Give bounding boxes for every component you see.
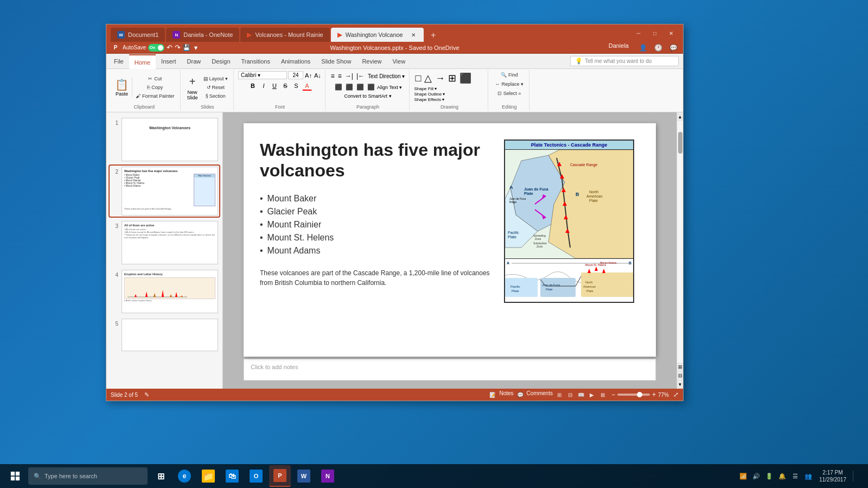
- font-grow-icon[interactable]: A↑: [304, 72, 312, 79]
- redo-icon[interactable]: ↷: [175, 43, 181, 52]
- volume-icon[interactable]: 🔊: [751, 471, 762, 481]
- reading-view-button[interactable]: 📖: [577, 390, 585, 399]
- paste-button[interactable]: 📋 Paste: [112, 77, 132, 98]
- format-painter-button[interactable]: 🖌 Format Painter: [133, 92, 177, 100]
- align-left-icon[interactable]: ⬛: [334, 83, 343, 92]
- tab-insert[interactable]: Insert: [156, 54, 182, 68]
- slideshow-button[interactable]: ▶: [588, 390, 596, 399]
- new-slide-button[interactable]: +: [185, 74, 200, 89]
- zoom-in-button[interactable]: +: [652, 391, 656, 398]
- comments-button[interactable]: 💬: [516, 390, 525, 399]
- minimize-button[interactable]: ─: [631, 27, 646, 39]
- onenote-taskbar[interactable]: N: [317, 465, 339, 487]
- tab-review[interactable]: Review: [356, 54, 387, 68]
- outlook-taskbar[interactable]: O: [245, 465, 267, 487]
- autosave-toggle[interactable]: On: [148, 44, 164, 52]
- search-box[interactable]: 🔍 Type here to search: [28, 467, 148, 485]
- list-bullet-icon[interactable]: ≡: [330, 71, 336, 81]
- align-right-icon[interactable]: ⬛: [355, 83, 365, 92]
- tab-slideshow[interactable]: Slide Show: [316, 54, 356, 68]
- zoom-out-button[interactable]: −: [611, 391, 615, 398]
- undo-icon[interactable]: ↶: [167, 43, 173, 52]
- copy-button[interactable]: ⎘ Copy: [133, 84, 177, 91]
- comments-icon[interactable]: 💬: [668, 42, 679, 53]
- font-color-button[interactable]: A: [302, 81, 312, 91]
- slide-sorter-button[interactable]: ⊟: [566, 390, 575, 399]
- customize-icon[interactable]: ▼: [193, 45, 199, 51]
- scroll-up-button[interactable]: ▲: [677, 112, 683, 121]
- save-icon[interactable]: 💾: [183, 44, 190, 51]
- shape-arrow-icon[interactable]: →: [434, 72, 446, 85]
- indent-less-icon[interactable]: |←: [355, 71, 366, 81]
- history-icon[interactable]: 🕐: [653, 42, 663, 53]
- tab-washington[interactable]: ▶ Washington Volcanoe ✕: [331, 28, 424, 42]
- find-button[interactable]: 🔍 Find: [499, 71, 520, 79]
- tab-view[interactable]: View: [387, 54, 411, 68]
- presenter-view-button[interactable]: ⊠: [598, 390, 607, 399]
- shape-fill-label[interactable]: Shape Fill ▾: [414, 86, 445, 91]
- people-icon[interactable]: 👥: [803, 471, 814, 481]
- select-button[interactable]: ⊡ Select =: [495, 90, 524, 97]
- canvas-area[interactable]: Washington has five major volcanoes •Mou…: [223, 112, 676, 389]
- vertical-scrollbar[interactable]: ▲ ⊞ ⊟ ▼: [676, 112, 683, 389]
- underline-button[interactable]: U: [270, 81, 279, 91]
- notes-button[interactable]: 📝: [488, 390, 497, 399]
- normal-view-button[interactable]: ⊞: [555, 390, 564, 399]
- text-direction-icon[interactable]: Text Direction ▾: [367, 72, 406, 80]
- align-center-icon[interactable]: ⬛: [344, 83, 354, 92]
- tab-transitions[interactable]: Transitions: [236, 54, 276, 68]
- tab-home[interactable]: Home: [129, 54, 156, 69]
- store-taskbar[interactable]: 🛍: [221, 465, 243, 487]
- battery-icon[interactable]: 🔋: [764, 471, 775, 481]
- bold-button[interactable]: B: [248, 81, 258, 91]
- tab-draw[interactable]: Draw: [182, 54, 207, 68]
- slide-thumbnail-3[interactable]: 3 All of them are active • All of them a…: [110, 220, 219, 265]
- accessibility-icon[interactable]: ✎: [144, 391, 149, 398]
- slide-thumbnail-2[interactable]: 2 Washington has five major volcanoes • …: [110, 166, 219, 217]
- slide-thumbnail-1[interactable]: 1 Washington Volcanoes: [110, 117, 219, 162]
- new-tab-button[interactable]: +: [427, 29, 440, 42]
- fit-slide-button[interactable]: ⤢: [673, 391, 679, 398]
- shape-fill-icon[interactable]: □: [414, 72, 422, 85]
- list-number-icon[interactable]: ≡: [337, 71, 343, 81]
- files-taskbar[interactable]: 📁: [197, 465, 219, 487]
- edge-taskbar[interactable]: e: [174, 465, 195, 487]
- shape-outline-icon[interactable]: △: [423, 71, 433, 85]
- powerpoint-taskbar[interactable]: P: [269, 465, 291, 487]
- search-people-icon[interactable]: 👤: [637, 42, 648, 53]
- network-icon[interactable]: 📶: [738, 471, 749, 481]
- tab-close-button[interactable]: ✕: [410, 31, 417, 39]
- replace-button[interactable]: ↔ Replace ▾: [493, 80, 526, 88]
- shadow-button[interactable]: S: [291, 81, 301, 91]
- tab-onenote[interactable]: N Daniela - OneNote: [166, 28, 239, 42]
- word-taskbar[interactable]: W: [293, 465, 315, 487]
- tab-volcanoes[interactable]: ▶ Volcanoes - Mount Rainie: [240, 28, 329, 42]
- columns-icon[interactable]: ⬛: [366, 83, 376, 92]
- action-center-icon[interactable]: ☰: [790, 471, 801, 481]
- tab-design[interactable]: Design: [206, 54, 235, 68]
- scroll-down-button[interactable]: ▼: [677, 380, 683, 389]
- tell-me-box[interactable]: 💡 Tell me what you want to do: [570, 56, 679, 66]
- show-desktop-button[interactable]: [853, 471, 864, 481]
- italic-button[interactable]: I: [259, 81, 269, 91]
- slide-thumbnail-4[interactable]: 4 Eruption and Lahar History: [110, 269, 219, 314]
- zoom-slider[interactable]: [617, 394, 650, 396]
- clock[interactable]: 2:17 PM 11/29/2017: [817, 469, 848, 483]
- tab-document1[interactable]: W Document1: [111, 28, 165, 42]
- scroll-thumb[interactable]: [678, 132, 682, 154]
- reset-button[interactable]: ↺ Reset: [201, 84, 231, 91]
- quick-styles-icon[interactable]: ⬛: [458, 71, 473, 85]
- smartart-label[interactable]: Convert to SmartArt ▾: [344, 93, 392, 99]
- close-button[interactable]: ✕: [663, 27, 679, 39]
- layout-button[interactable]: ▤ Layout ▾: [201, 75, 231, 83]
- slide-adjust-button[interactable]: ⊞: [677, 363, 683, 371]
- notes-area[interactable]: Click to add notes: [244, 359, 656, 381]
- font-size-input[interactable]: 24: [288, 71, 303, 79]
- maximize-button[interactable]: □: [647, 27, 662, 39]
- section-button[interactable]: § Section: [201, 92, 231, 100]
- tab-animations[interactable]: Animations: [276, 54, 316, 68]
- shape-outline-label[interactable]: Shape Outline ▾: [414, 92, 445, 97]
- arrange-icon[interactable]: ⊞: [447, 71, 457, 85]
- strikethrough-button[interactable]: S: [280, 81, 290, 91]
- task-view-button[interactable]: ⊞: [150, 465, 171, 487]
